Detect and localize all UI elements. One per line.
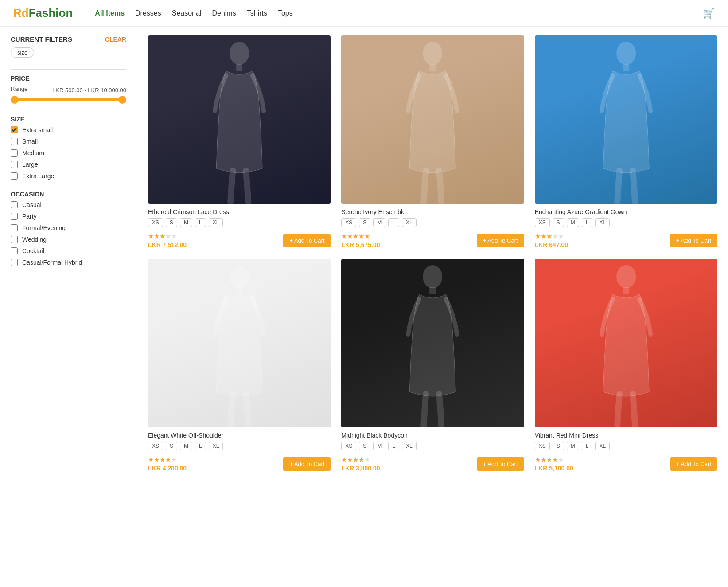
occasion-wedding[interactable]: Wedding [11,236,126,243]
size-tag-xs[interactable]: XS [535,442,550,450]
star-4: ★ [558,456,564,463]
size-tag-l[interactable]: L [582,442,593,450]
cart-icon[interactable]: 🛒 [703,8,715,19]
product-price-1: LKR 5,675.00 [341,241,380,248]
size-tag-m[interactable]: M [567,218,579,227]
svg-rect-9 [429,287,436,294]
occasion-cocktail-checkbox[interactable] [11,247,18,254]
price-slider-right-thumb[interactable] [118,96,126,104]
nav-item-all-items[interactable]: All Items [95,9,125,17]
size-tag-s[interactable]: S [166,218,177,227]
size-tag-l[interactable]: L [388,218,399,227]
size-filter-tag[interactable]: size [11,47,34,58]
add-to-cart-button-1[interactable]: + Add To Cart [477,234,524,247]
add-to-cart-button-3[interactable]: + Add To Cart [283,457,331,471]
size-tag-xs[interactable]: XS [341,442,356,450]
svg-rect-11 [623,287,629,294]
size-tag-xl[interactable]: XL [209,218,223,227]
size-extralarge-checkbox[interactable] [11,172,18,180]
size-tag-xl[interactable]: XL [402,218,417,227]
size-tag-m[interactable]: M [180,218,192,227]
figure-svg-3 [148,259,331,427]
size-tags-0: XSSMLXL [148,218,331,227]
occasion-cocktail[interactable]: Cocktail [11,247,126,254]
stars-2: ★★★★★ [535,232,568,240]
size-tag-xs[interactable]: XS [148,218,163,227]
size-tag-m[interactable]: M [567,442,579,450]
stars-1: ★★★★★ [341,232,380,240]
size-extrasmall[interactable]: Extra small [11,126,126,133]
nav-item-denims[interactable]: Denims [212,9,236,17]
price-range-label: Range [11,86,27,92]
size-large[interactable]: Large [11,161,126,168]
current-filters-label: CURRENT FILTERS [11,35,72,43]
size-extrasmall-checkbox[interactable] [11,126,18,133]
size-extralarge[interactable]: Extra Large [11,172,126,180]
product-card-4: Midnight Black Bodycon XSSMLXL ★★★★★ LKR… [341,259,524,472]
product-price-block-3: ★★★★★ LKR 4,200.00 [148,456,187,472]
product-name-5: Vibrant Red Mini Dress [535,432,717,439]
price-slider-track[interactable] [11,98,126,101]
add-to-cart-button-0[interactable]: + Add To Cart [283,234,331,247]
figure-wrap-5 [535,259,717,427]
nav-item-dresses[interactable]: Dresses [135,9,161,17]
header: RdFashion All Items Dresses Seasonal Den… [0,0,728,27]
size-tags-1: XSSMLXL [341,218,524,227]
size-large-checkbox[interactable] [11,161,18,168]
product-card-3: Elegant White Off-Shoulder XSSMLXL ★★★★★… [148,259,331,472]
product-image-5 [535,259,717,427]
nav-item-tshirts[interactable]: Tshirts [247,9,267,17]
nav-item-tops[interactable]: Tops [278,9,293,17]
nav-item-seasonal[interactable]: Seasonal [172,9,202,17]
size-medium-checkbox[interactable] [11,149,18,157]
occasion-formal[interactable]: Formal/Evening [11,224,126,231]
size-tag-xs[interactable]: XS [535,218,550,227]
size-medium[interactable]: Medium [11,149,126,157]
size-tag-s[interactable]: S [553,442,564,450]
size-tag-m[interactable]: M [180,442,192,450]
occasion-casual-formal[interactable]: Casual/Formal Hybrid [11,259,126,266]
size-tag-s[interactable]: S [359,442,370,450]
size-tag-l[interactable]: L [195,218,206,227]
occasion-casual-formal-checkbox[interactable] [11,259,18,266]
size-tag-m[interactable]: M [373,442,385,450]
occasion-party[interactable]: Party [11,213,126,220]
occasion-casual[interactable]: Casual [11,201,126,208]
occasion-casual-label: Casual [22,201,42,208]
star-4: ★ [171,456,177,463]
size-tag-l[interactable]: L [388,442,399,450]
svg-rect-5 [623,64,629,71]
add-to-cart-button-4[interactable]: + Add To Cart [477,457,524,471]
add-to-cart-button-5[interactable]: + Add To Cart [670,457,717,471]
add-to-cart-button-2[interactable]: + Add To Cart [670,234,717,247]
size-tag-xl[interactable]: XL [402,442,417,450]
product-bottom-1: ★★★★★ LKR 5,675.00 + Add To Cart [341,232,524,248]
occasion-formal-checkbox[interactable] [11,224,18,231]
stars-5: ★★★★★ [535,456,573,464]
occasion-wedding-checkbox[interactable] [11,236,18,243]
size-tag-s[interactable]: S [166,442,177,450]
size-small-checkbox[interactable] [11,138,18,145]
size-small[interactable]: Small [11,138,126,145]
product-price-block-2: ★★★★★ LKR 647.00 [535,232,568,248]
product-price-block-4: ★★★★★ LKR 3,800.00 [341,456,380,472]
occasion-casual-checkbox[interactable] [11,201,18,208]
size-tag-xl[interactable]: XL [209,442,223,450]
size-tag-s[interactable]: S [359,218,370,227]
occasion-party-checkbox[interactable] [11,213,18,220]
clear-button[interactable]: CLEAR [105,36,126,43]
star-4: ★ [364,456,370,463]
size-tag-s[interactable]: S [553,218,564,227]
star-4: ★ [171,232,177,240]
star-0: ★ [341,232,347,240]
size-tag-l[interactable]: L [195,442,206,450]
size-tag-xl[interactable]: XL [595,442,610,450]
price-slider-left-thumb[interactable] [11,96,19,104]
size-tag-l[interactable]: L [582,218,593,227]
size-tag-xs[interactable]: XS [148,442,163,450]
size-tags-3: XSSMLXL [148,442,331,450]
size-tag-xs[interactable]: XS [341,218,356,227]
size-tag-xl[interactable]: XL [595,218,610,227]
size-tag-m[interactable]: M [373,218,385,227]
size-section-label: SIZE [11,116,126,123]
